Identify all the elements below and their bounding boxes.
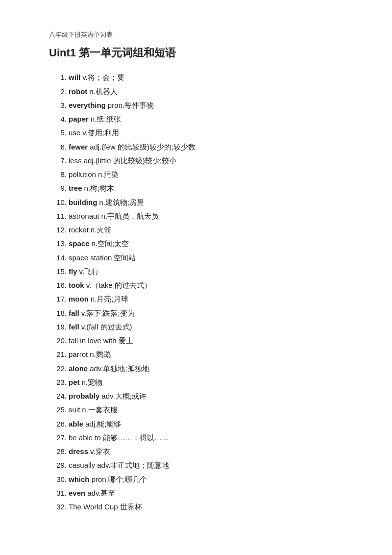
- item-definition: 能够……；得以……: [103, 431, 169, 444]
- list-item: 21.parrot n.鹦鹉: [49, 348, 353, 361]
- list-item: 17.moon n.月亮;月球: [49, 293, 353, 305]
- item-number: 13.: [49, 237, 67, 250]
- item-number: 30.: [49, 473, 67, 486]
- list-item: 25.suit n.一套衣服: [49, 404, 353, 416]
- item-word: pet: [69, 376, 80, 389]
- list-item: 19.fell v.(fall 的过去式): [49, 321, 353, 333]
- list-item: 16.took v.（take 的过去式）: [49, 279, 353, 292]
- item-definition: v.将；会；要: [82, 71, 124, 84]
- item-definition: v.落下;跌落;变为: [81, 307, 135, 320]
- list-item: 7.less adj.(little 的比较级)较少;较小: [49, 154, 353, 167]
- item-word: space station: [69, 252, 112, 264]
- item-number: 4.: [49, 113, 67, 126]
- list-item: 27.be able to 能够……；得以……: [49, 431, 353, 444]
- list-item: 4.paper n.纸;纸张: [49, 113, 353, 126]
- item-word: able: [69, 418, 83, 430]
- item-definition: n.宠物: [82, 376, 103, 389]
- item-definition: pron.哪个;哪几个: [92, 473, 147, 486]
- item-word: use: [69, 126, 80, 139]
- item-word: less: [69, 154, 82, 167]
- item-word: space: [69, 237, 90, 250]
- list-item: 28.dress v.穿衣: [49, 445, 353, 458]
- vocab-list: 1.will v.将；会；要2.robot n.机器人3.everything …: [49, 71, 353, 513]
- item-number: 12.: [49, 224, 67, 236]
- item-definition: n.机器人: [89, 85, 118, 98]
- list-item: 8.pollution n.污染: [49, 168, 353, 181]
- main-title: Uint1 第一单元词组和短语: [49, 44, 353, 63]
- item-word: be able to: [69, 431, 101, 444]
- item-word: casually: [69, 459, 95, 472]
- item-number: 14.: [49, 252, 67, 264]
- list-item: 9.tree n.树;树木: [49, 182, 353, 195]
- item-word: paper: [69, 113, 89, 126]
- list-item: 3.everything pron.每件事物: [49, 99, 353, 112]
- item-number: 7.: [49, 154, 67, 167]
- item-number: 2.: [49, 85, 67, 98]
- list-item: 2.robot n.机器人: [49, 85, 353, 98]
- item-word: everything: [69, 99, 106, 112]
- item-number: 25.: [49, 404, 67, 416]
- item-definition: n.火箭: [91, 224, 112, 236]
- item-number: 23.: [49, 376, 67, 389]
- item-number: 22.: [49, 362, 67, 375]
- item-number: 8.: [49, 168, 67, 181]
- item-number: 16.: [49, 279, 67, 292]
- list-item: 22.alone adv.单独地;孤独地: [49, 362, 353, 375]
- item-definition: v.(fall 的过去式): [81, 321, 132, 333]
- item-definition: v.飞行: [79, 265, 99, 278]
- item-definition: 世界杯: [120, 501, 142, 513]
- list-item: 12.rocket n.火箭: [49, 224, 353, 236]
- item-definition: n.纸;纸张: [91, 113, 121, 126]
- item-number: 26.: [49, 418, 67, 430]
- item-word: which: [69, 473, 90, 486]
- item-definition: adj.(few 的比较级)较少的;较少数: [90, 141, 196, 153]
- item-definition: n.树;树木: [84, 182, 115, 195]
- item-number: 3.: [49, 99, 67, 112]
- list-item: 31.even adv.甚至: [49, 487, 353, 500]
- list-item: 26.able adj.能;能够: [49, 418, 353, 430]
- item-word: building: [69, 196, 97, 209]
- item-word: alone: [69, 362, 88, 375]
- item-number: 10.: [49, 196, 67, 209]
- item-definition: 空间站: [114, 252, 136, 264]
- item-word: tree: [69, 182, 82, 195]
- list-item: 14.space station 空间站: [49, 252, 353, 264]
- item-word: fell: [69, 321, 79, 333]
- list-item: 30.which pron.哪个;哪几个: [49, 473, 353, 486]
- item-definition: adj.(little 的比较级)较少;较小: [84, 154, 176, 167]
- item-definition: adj.能;能够: [85, 418, 121, 430]
- list-item: 11.astronaut n.宇航员，航天员: [49, 210, 353, 223]
- item-number: 17.: [49, 293, 67, 305]
- list-item: 32.The World Cup 世界杯: [49, 501, 353, 513]
- item-definition: n.月亮;月球: [91, 293, 128, 305]
- item-word: even: [69, 487, 85, 500]
- item-definition: adv.甚至: [87, 487, 115, 500]
- item-number: 6.: [49, 141, 67, 153]
- item-definition: n.鹦鹉: [90, 348, 111, 361]
- item-word: pollution: [69, 168, 96, 181]
- item-number: 27.: [49, 431, 67, 444]
- item-number: 20.: [49, 334, 67, 347]
- item-number: 32.: [49, 501, 67, 513]
- item-word: took: [69, 279, 84, 292]
- list-item: 24.probably adv.大概;或许: [49, 390, 353, 403]
- item-definition: adv.非正式地；随意地: [97, 459, 169, 472]
- list-item: 1.will v.将；会；要: [49, 71, 353, 84]
- item-number: 9.: [49, 182, 67, 195]
- item-definition: adv.单独地;孤独地: [90, 362, 149, 375]
- item-word: dress: [69, 445, 88, 458]
- list-item: 6.fewer adj.(few 的比较级)较少的;较少数: [49, 141, 353, 153]
- item-definition: n.建筑物;房屋: [99, 196, 144, 209]
- item-word: fly: [69, 265, 77, 278]
- item-word: robot: [69, 85, 87, 98]
- list-item: 5.use v.使用;利用: [49, 126, 353, 139]
- item-word: parrot: [69, 348, 88, 361]
- item-word: probably: [69, 390, 99, 403]
- list-item: 29.casually adv.非正式地；随意地: [49, 459, 353, 472]
- item-definition: n.污染: [98, 168, 119, 181]
- item-number: 28.: [49, 445, 67, 458]
- item-number: 15.: [49, 265, 67, 278]
- item-word: fall: [69, 307, 79, 320]
- item-number: 29.: [49, 459, 67, 472]
- item-word: fewer: [69, 141, 88, 153]
